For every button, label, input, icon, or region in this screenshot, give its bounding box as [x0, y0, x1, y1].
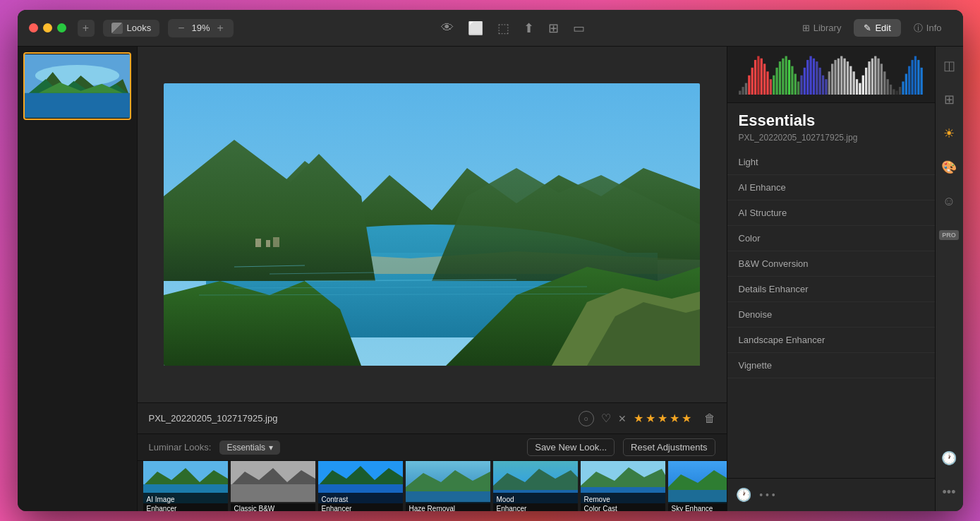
star-5[interactable]: ★	[682, 412, 691, 425]
panel-item-details-enhancer[interactable]: Details Enhancer	[727, 277, 935, 302]
canvas-area: PXL_20220205_102717925.jpg ○ ♡ ✕ ★ ★ ★ ★…	[138, 47, 727, 511]
panel-content: Essentials PXL_20220205_102717925.jpg Li…	[727, 103, 935, 478]
svg-rect-62	[787, 60, 790, 95]
share-icon[interactable]: ⬆	[524, 20, 534, 36]
look-ai-enhancer[interactable]: AI ImageEnhancer	[143, 461, 228, 511]
app-window: + Looks − 19% + 👁 ⬜ ⬚ ⬆ ⊞ ▭ ⊞ Library	[18, 10, 963, 511]
panel-filename: PXL_20220205_102717925.jpg	[727, 133, 935, 150]
rating-area: ○ ♡ ✕ ★ ★ ★ ★ ★ 🗑	[579, 411, 715, 426]
look-mood-enhancer-label: MoodEnhancer	[493, 493, 578, 512]
look-mood-enhancer[interactable]: MoodEnhancer	[493, 461, 578, 511]
svg-rect-88	[868, 61, 870, 95]
star-1[interactable]: ★	[634, 412, 643, 425]
svg-rect-94	[886, 79, 888, 95]
grid-icon[interactable]: ⊞	[548, 20, 559, 36]
adjustments-icon[interactable]: ⊞	[938, 89, 960, 110]
delete-button[interactable]: 🗑	[704, 412, 715, 425]
flag-button[interactable]: ○	[579, 411, 594, 426]
svg-rect-68	[806, 60, 809, 95]
nav-tabs: ⊞ Library ✎ Edit ⓘ Info	[792, 18, 952, 38]
history-icon-bar[interactable]: 🕐	[938, 448, 960, 469]
panel-section-title: Essentials	[727, 103, 935, 133]
panel-item-landscape-enhancer-label: Landscape Enhancer	[739, 335, 825, 345]
face-icon[interactable]: ☺	[938, 191, 960, 212]
zoom-out-button[interactable]: −	[175, 22, 187, 35]
svg-rect-73	[821, 76, 823, 95]
tab-info[interactable]: ⓘ Info	[904, 18, 952, 38]
zoom-in-button[interactable]: +	[214, 22, 226, 35]
svg-rect-104	[917, 60, 919, 95]
reset-adjustments-button[interactable]: Reset Adjustments	[623, 438, 715, 456]
panel-item-light[interactable]: Light	[727, 150, 935, 175]
monitor-icon[interactable]: ▭	[573, 20, 585, 36]
svg-rect-15	[255, 239, 261, 247]
svg-rect-53	[760, 59, 762, 95]
pro-badge[interactable]: PRO	[938, 224, 960, 246]
filmstrip-item[interactable]	[23, 52, 131, 120]
panel-item-vignette[interactable]: Vignette	[727, 353, 935, 378]
look-haze-removal[interactable]: Haze Removal	[406, 461, 490, 511]
close-button[interactable]	[29, 23, 38, 32]
preset-selector[interactable]: Essentials ▾	[219, 441, 280, 455]
star-3[interactable]: ★	[658, 412, 667, 425]
image-container	[138, 47, 727, 402]
zoom-control: − 19% +	[168, 19, 234, 37]
svg-rect-105	[920, 68, 922, 95]
looks-header: Luminar Looks: Essentials ▾ Save New Loo…	[138, 434, 727, 461]
svg-rect-46	[739, 91, 741, 95]
svg-rect-16	[266, 240, 270, 247]
split-view-icon[interactable]: ⬜	[468, 20, 483, 36]
look-contrast-enhancer[interactable]: ContrastEnhancer	[318, 461, 403, 511]
svg-rect-58	[775, 68, 778, 95]
svg-rect-66	[800, 76, 802, 95]
tab-library[interactable]: ⊞ Library	[792, 19, 852, 37]
favorite-button[interactable]: ♡	[601, 412, 611, 425]
svg-rect-69	[809, 56, 811, 95]
looks-button[interactable]: Looks	[103, 20, 160, 37]
look-remove-color-cast[interactable]: RemoveColor Cast	[581, 461, 665, 511]
preset-chevron-icon: ▾	[269, 443, 273, 453]
star-rating[interactable]: ★ ★ ★ ★ ★	[634, 412, 691, 425]
svg-rect-55	[766, 71, 768, 95]
sun-icon[interactable]: ☀	[938, 123, 960, 144]
look-classic-bw[interactable]: Classic B&W	[231, 461, 315, 511]
layers-icon[interactable]: ◫	[938, 55, 960, 76]
info-bar: PXL_20220205_102717925.jpg ○ ♡ ✕ ★ ★ ★ ★…	[138, 402, 727, 433]
svg-rect-56	[769, 79, 771, 95]
svg-rect-67	[803, 68, 805, 95]
crop-icon[interactable]: ⬚	[497, 20, 509, 36]
svg-rect-86	[861, 76, 864, 95]
panel-item-ai-enhance[interactable]: AI Enhance	[727, 175, 935, 200]
star-4[interactable]: ★	[670, 412, 679, 425]
new-tab-button[interactable]: +	[78, 20, 95, 37]
svg-rect-50	[751, 68, 753, 95]
panel-item-bw-conversion[interactable]: B&W Conversion	[727, 251, 935, 277]
minimize-button[interactable]	[43, 23, 52, 32]
look-classic-bw-label: Classic B&W	[231, 502, 315, 512]
maximize-button[interactable]	[57, 23, 66, 32]
svg-rect-60	[782, 59, 784, 95]
svg-rect-95	[889, 85, 891, 95]
reject-button[interactable]: ✕	[618, 413, 627, 424]
panel-item-denoise[interactable]: Denoise	[727, 302, 935, 328]
more-options-icon[interactable]: • • •	[757, 484, 778, 505]
library-tab-label: Library	[813, 23, 842, 33]
panel-item-color[interactable]: Color	[727, 226, 935, 251]
history-icon[interactable]: 🕐	[733, 484, 754, 505]
svg-rect-77	[834, 60, 836, 95]
tab-edit[interactable]: ✎ Edit	[854, 19, 900, 37]
title-bar: + Looks − 19% + 👁 ⬜ ⬚ ⬆ ⊞ ▭ ⊞ Library	[18, 10, 963, 47]
svg-rect-74	[825, 79, 827, 95]
zoom-value: 19%	[192, 23, 210, 33]
eye-icon[interactable]: 👁	[441, 20, 454, 35]
svg-rect-79	[840, 56, 842, 95]
panel-item-landscape-enhancer[interactable]: Landscape Enhancer	[727, 328, 935, 353]
panel-item-ai-structure[interactable]: AI Structure	[727, 200, 935, 226]
more-icon-bar[interactable]: •••	[938, 481, 960, 503]
look-sky-enhance[interactable]: Sky Enhance	[668, 461, 727, 511]
panel-item-vignette-label: Vignette	[739, 360, 772, 371]
star-2[interactable]: ★	[646, 412, 655, 425]
info-tab-label: Info	[926, 23, 942, 33]
save-look-button[interactable]: Save New Look...	[527, 438, 615, 456]
color-wheel-icon[interactable]: 🎨	[938, 157, 960, 178]
